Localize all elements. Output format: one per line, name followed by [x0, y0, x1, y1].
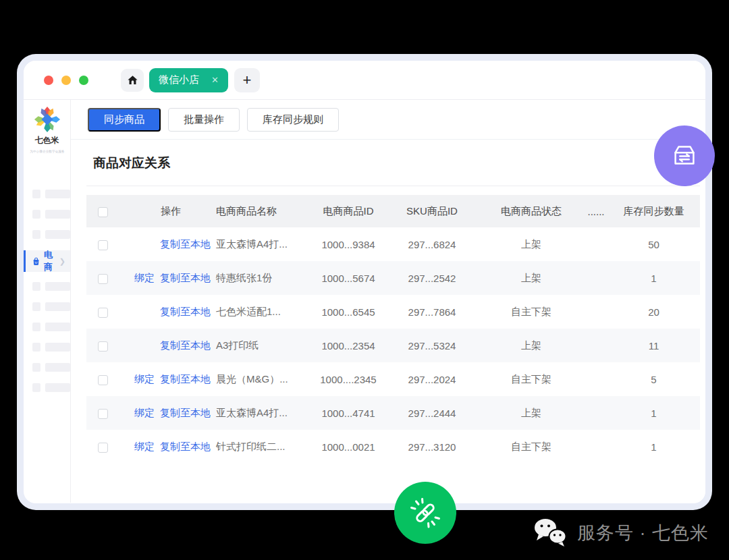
- placeholder-label: [45, 363, 70, 372]
- row-checkbox[interactable]: [98, 308, 108, 318]
- cell-ec-product-id: 1000...2354: [310, 340, 386, 352]
- tab-close-icon[interactable]: ✕: [211, 76, 219, 84]
- action-link[interactable]: 复制至本地: [160, 373, 211, 385]
- sidebar-item-placeholder[interactable]: [24, 323, 70, 331]
- sidebar-item-placeholder[interactable]: [24, 302, 70, 311]
- table-row: 复制至本地亚太森博A4打...1000...9384297...6824上架50: [86, 227, 700, 261]
- sidebar-item-ecommerce[interactable]: 电商 ❯: [24, 250, 70, 272]
- sidebar-item-placeholder[interactable]: [24, 383, 70, 392]
- traffic-light-minimize[interactable]: [61, 76, 71, 85]
- tab-wechat-store[interactable]: 微信小店 ✕: [149, 68, 228, 92]
- select-all-checkbox[interactable]: [98, 207, 108, 217]
- placeholder-icon: [32, 363, 40, 372]
- chevron-right-icon: ❯: [59, 257, 70, 266]
- plus-icon: +: [242, 72, 251, 89]
- action-link[interactable]: 绑定: [134, 272, 155, 283]
- header-sku-id: SKU商品ID: [386, 205, 478, 218]
- product-mapping-table: 操作 电商商品名称 电商商品ID SKU商品ID 电商商品状态 ...... 库…: [86, 195, 700, 464]
- bind-link-fab[interactable]: [394, 482, 456, 544]
- row-checkbox[interactable]: [98, 409, 108, 419]
- action-link[interactable]: 绑定: [134, 407, 155, 418]
- cell-status: 上架: [478, 339, 585, 352]
- table-row: 绑定复制至本地特惠纸张1份1000...5674297...2542上架1: [86, 261, 700, 295]
- action-link[interactable]: 复制至本地: [160, 441, 211, 452]
- cell-ec-product-id: 1000...6545: [310, 306, 386, 318]
- action-link[interactable]: 绑定: [134, 373, 155, 385]
- cell-product-name: 七色米适配1...: [213, 306, 310, 318]
- batch-actions-button[interactable]: 批量操作: [168, 108, 240, 132]
- row-checkbox[interactable]: [98, 443, 108, 453]
- sync-products-button[interactable]: 同步商品: [88, 108, 161, 132]
- brand-logo-icon: [33, 105, 61, 134]
- placeholder-icon: [32, 302, 40, 311]
- table-row: 绑定复制至本地亚太森博A4打...1000...4741297...2444上架…: [86, 396, 700, 430]
- cell-sync-qty: 11: [608, 340, 700, 352]
- row-checkbox[interactable]: [98, 240, 108, 250]
- cell-sku-id: 297...7864: [386, 306, 478, 318]
- action-link[interactable]: 复制至本地: [160, 407, 211, 418]
- action-link[interactable]: 绑定: [134, 441, 155, 452]
- cell-sku-id: 297...2542: [386, 273, 478, 284]
- placeholder-icon: [32, 210, 40, 219]
- cell-product-name: 特惠纸张1份: [213, 272, 310, 285]
- sidebar-item-placeholder[interactable]: [24, 363, 70, 372]
- sidebar-item-placeholder[interactable]: [24, 230, 70, 239]
- table-body: 复制至本地亚太森博A4打...1000...9384297...6824上架50…: [86, 227, 700, 464]
- sidebar-item-placeholder[interactable]: [24, 210, 70, 219]
- placeholder-icon: [32, 383, 40, 392]
- cell-actions: 复制至本地: [128, 339, 213, 352]
- product-sync-fab[interactable]: [654, 125, 715, 186]
- placeholder-label: [45, 230, 70, 239]
- cell-sync-qty: 1: [608, 408, 700, 419]
- cell-sku-id: 297...6824: [386, 239, 478, 250]
- cell-ec-product-id: 1000...0021: [310, 441, 386, 453]
- row-checkbox[interactable]: [98, 375, 108, 385]
- action-link[interactable]: 复制至本地: [160, 238, 211, 250]
- cell-sku-id: 297...5324: [386, 340, 478, 352]
- action-link[interactable]: 复制至本地: [160, 339, 211, 351]
- sidebar-item-label: 电商: [44, 249, 59, 273]
- traffic-light-close[interactable]: [44, 76, 53, 85]
- sidebar-item-placeholder[interactable]: [24, 343, 70, 352]
- footer-label: 服务号 · 七色米: [577, 521, 709, 545]
- cell-status: 自主下架: [478, 306, 585, 318]
- placeholder-label: [45, 282, 70, 291]
- table-row: 复制至本地七色米适配1...1000...6545297...7864自主下架2…: [86, 295, 700, 329]
- sidebar-item-placeholder[interactable]: [24, 190, 70, 198]
- header-product-name: 电商商品名称: [213, 205, 310, 218]
- home-button[interactable]: [121, 69, 144, 92]
- action-link[interactable]: 复制至本地: [160, 306, 211, 317]
- header-actions: 操作: [128, 205, 213, 218]
- brand-tagline: 为中小微企业数字化服务: [30, 149, 64, 154]
- new-tab-button[interactable]: +: [234, 68, 260, 92]
- cell-product-name: 针式打印纸二...: [213, 441, 310, 453]
- placeholder-icon: [32, 282, 40, 291]
- traffic-light-zoom[interactable]: [79, 76, 88, 85]
- cell-ec-product-id: 1000...4741: [310, 408, 386, 419]
- sidebar-item-placeholder[interactable]: [24, 282, 70, 291]
- cell-ec-product-id: 1000...9384: [310, 239, 386, 250]
- header-ellipsis: ......: [585, 206, 608, 217]
- cell-ec-product-id: 1000...5674: [310, 273, 386, 284]
- row-checkbox[interactable]: [98, 274, 108, 284]
- table-row: 绑定复制至本地针式打印纸二...1000...0021297...3120自主下…: [86, 430, 700, 464]
- cell-status: 自主下架: [478, 373, 585, 386]
- placeholder-icon: [32, 230, 40, 239]
- row-checkbox[interactable]: [98, 341, 108, 352]
- cell-actions: 复制至本地: [128, 306, 213, 318]
- home-icon: [127, 74, 138, 86]
- cell-sync-qty: 1: [608, 441, 700, 453]
- placeholder-icon: [32, 343, 40, 352]
- app-window: 微信小店 ✕ +: [24, 61, 705, 503]
- cell-sku-id: 297...2444: [386, 408, 478, 419]
- placeholder-label: [45, 210, 70, 219]
- cell-sku-id: 297...2024: [386, 374, 478, 385]
- stock-sync-rules-button[interactable]: 库存同步规则: [247, 108, 339, 132]
- cell-sync-qty: 5: [608, 374, 700, 385]
- placeholder-icon: [32, 323, 40, 331]
- header-sync-qty: 库存同步数量: [608, 205, 700, 218]
- action-link[interactable]: 复制至本地: [160, 272, 211, 283]
- box-sync-icon: [669, 140, 700, 171]
- cell-actions: 绑定复制至本地: [128, 272, 213, 285]
- placeholder-label: [45, 383, 70, 392]
